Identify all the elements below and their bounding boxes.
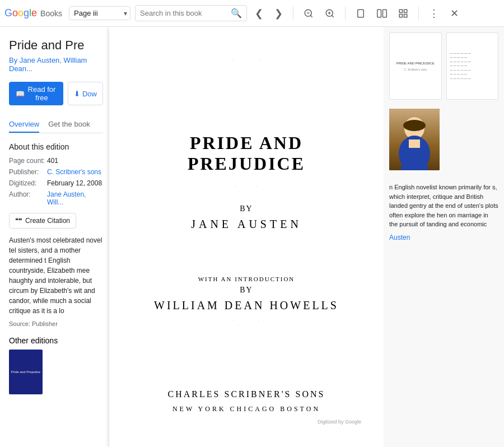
svg-rect-12 bbox=[399, 14, 402, 17]
about-edition-title: About this edition bbox=[9, 142, 103, 151]
digitized-value: February 12, 2008 bbox=[47, 179, 102, 187]
next-page-button[interactable]: ❯ bbox=[271, 5, 286, 22]
read-free-label: Read for free bbox=[27, 85, 57, 102]
description-text: Austen's most celebrated novel tel siste… bbox=[9, 235, 103, 316]
svg-rect-8 bbox=[377, 10, 381, 17]
thumb-card-1-text: PRIDE AND PREJUDICE bbox=[396, 61, 435, 66]
svg-rect-11 bbox=[404, 10, 407, 12]
thumb-card-2[interactable]: — — — — — —— — — — —— — — — — —— — — — —… bbox=[446, 32, 499, 100]
search-icon[interactable]: 🔍 bbox=[231, 8, 242, 18]
thumb-card-2-text: — — — — — —— — — — —— — — — — —— — — — —… bbox=[449, 50, 496, 82]
edition-thumbnail[interactable]: Pride and Prejudice bbox=[9, 350, 43, 394]
thumb-card-1-subtext: C. Scribner's sons bbox=[404, 68, 427, 72]
right-description: n English novelist known primarily for s… bbox=[389, 183, 498, 229]
info-row-digitized: Digitized: February 12, 2008 bbox=[9, 179, 103, 187]
svg-rect-7 bbox=[358, 10, 364, 17]
page-input[interactable] bbox=[69, 6, 130, 20]
book-page-title: PRIDE AND PREJUDICE bbox=[132, 133, 361, 174]
main-area: Pride and Pre By Jane Austen, William De… bbox=[0, 27, 504, 447]
search-input[interactable] bbox=[140, 9, 231, 17]
book-page: PRIDE AND PREJUDICE BY JANE AUSTEN WITH … bbox=[109, 27, 384, 447]
book-page-cities: NEW YORK CHICAGO BOSTON bbox=[172, 405, 320, 413]
author-field-label: Author: bbox=[9, 190, 47, 206]
book-page-intro-label: WITH AN INTRODUCTION bbox=[198, 276, 295, 282]
book-page-publisher: CHARLES SCRIBNER'S SONS bbox=[168, 389, 325, 399]
zoom-in-button[interactable] bbox=[321, 6, 338, 21]
svg-line-1 bbox=[310, 15, 312, 17]
books-wordmark: Books bbox=[40, 9, 62, 18]
tab-get-book[interactable]: Get the book bbox=[48, 117, 90, 133]
pagecount-label: Page count: bbox=[9, 157, 47, 165]
separator-2 bbox=[345, 7, 346, 20]
source-text: Source: Publisher bbox=[9, 320, 103, 327]
page-thumbnails: PRIDE AND PREJUDICE C. Scribner's sons —… bbox=[389, 32, 498, 100]
info-row-publisher: Publisher: C. Scribner's sons bbox=[9, 168, 103, 176]
book-icon: 📖 bbox=[16, 90, 25, 98]
citation-icon: ❝❝ bbox=[15, 217, 22, 225]
tabs: Overview Get the book bbox=[9, 117, 103, 133]
svg-line-4 bbox=[332, 15, 333, 17]
search-wrapper: 🔍 bbox=[135, 5, 247, 21]
double-page-button[interactable] bbox=[374, 6, 390, 21]
portrait-figure bbox=[389, 109, 440, 170]
google-wordmark: Google bbox=[4, 7, 37, 19]
info-row-pagecount: Page count: 401 bbox=[9, 157, 103, 165]
svg-point-17 bbox=[403, 120, 426, 131]
right-author-name[interactable]: Austen bbox=[389, 234, 498, 241]
info-row-author: Author: Jane Austen, Will... bbox=[9, 190, 103, 206]
svg-rect-13 bbox=[404, 14, 407, 17]
page-input-wrapper: ▾ bbox=[69, 6, 130, 20]
edition-thumb-text: Pride and Prejudice bbox=[10, 369, 41, 375]
book-page-author: JANE AUSTEN bbox=[191, 218, 302, 231]
more-options-button[interactable]: ⋮ bbox=[426, 5, 442, 22]
left-panel: Pride and Pre By Jane Austen, William De… bbox=[0, 27, 112, 447]
separator-3 bbox=[418, 7, 419, 20]
create-citation-label: Create Citation bbox=[25, 217, 70, 225]
download-icon: ⬇ bbox=[74, 90, 80, 98]
book-title: Pride and Pre bbox=[9, 38, 103, 53]
book-page-by-label: BY bbox=[240, 204, 253, 213]
action-buttons: 📖 Read for free ⬇ Dow bbox=[9, 82, 103, 105]
book-author[interactable]: By Jane Austen, William Dean... bbox=[9, 56, 103, 73]
grid-view-button[interactable] bbox=[395, 6, 412, 21]
pagecount-value: 401 bbox=[47, 157, 58, 165]
other-editions-title: Other editions bbox=[9, 336, 103, 345]
digitized-by-label: Digitized by Google bbox=[132, 419, 361, 425]
author-field-value[interactable]: Jane Austen, Will... bbox=[47, 190, 103, 206]
book-viewer: PRIDE AND PREJUDICE BY JANE AUSTEN WITH … bbox=[109, 27, 384, 447]
book-page-intro-author: WILLIAM DEAN HOWELLS bbox=[154, 299, 339, 312]
svg-rect-19 bbox=[409, 139, 420, 148]
prev-page-button[interactable]: ❮ bbox=[251, 5, 267, 22]
right-panel: PRIDE AND PREJUDICE C. Scribner's sons —… bbox=[384, 27, 504, 447]
toolbar: Google Books ▾ 🔍 ❮ ❯ bbox=[0, 0, 504, 27]
tab-overview[interactable]: Overview bbox=[9, 117, 39, 133]
publisher-value[interactable]: C. Scribner's sons bbox=[47, 168, 101, 176]
publisher-label: Publisher: bbox=[9, 168, 47, 176]
close-button[interactable]: ✕ bbox=[447, 5, 462, 22]
separator-1 bbox=[293, 7, 293, 20]
create-citation-button[interactable]: ❝❝ Create Citation bbox=[9, 213, 76, 229]
svg-rect-10 bbox=[399, 10, 402, 12]
svg-rect-9 bbox=[383, 10, 387, 17]
zoom-out-button[interactable] bbox=[300, 6, 317, 21]
book-page-intro-by: BY bbox=[240, 286, 253, 295]
portrait-image bbox=[389, 109, 440, 170]
right-portrait-section bbox=[389, 109, 498, 176]
digitized-label: Digitized: bbox=[9, 179, 47, 187]
single-page-button[interactable] bbox=[352, 6, 369, 21]
google-books-logo: Google Books bbox=[4, 7, 62, 19]
thumb-card-1[interactable]: PRIDE AND PREJUDICE C. Scribner's sons bbox=[389, 32, 442, 100]
download-button[interactable]: ⬇ Dow bbox=[68, 82, 103, 105]
download-label: Dow bbox=[82, 90, 97, 98]
read-free-button[interactable]: 📖 Read for free bbox=[9, 82, 63, 105]
